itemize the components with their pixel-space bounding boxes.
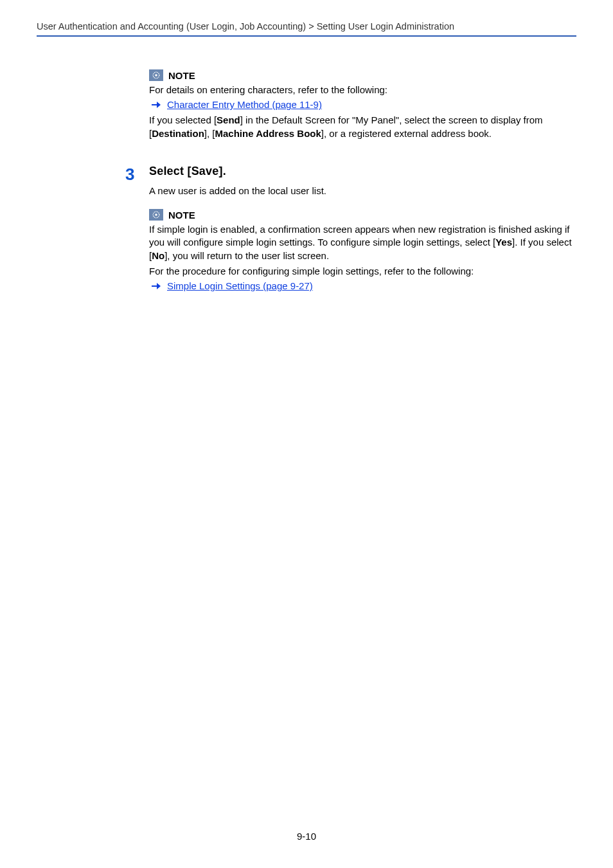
header-rule bbox=[37, 35, 576, 37]
t-bold: Send bbox=[217, 114, 240, 125]
step3-text: A new user is added on the local user li… bbox=[149, 185, 576, 197]
note2-text-2: For the procedure for configuring simple… bbox=[149, 265, 576, 278]
link-row-2: Simple Login Settings (page 9-27) bbox=[152, 280, 576, 291]
note1-paragraph-2: If you selected [Send] in the Default Sc… bbox=[149, 114, 576, 140]
link-character-entry[interactable]: Character Entry Method (page 11-9) bbox=[167, 99, 322, 110]
t-bold: No bbox=[152, 250, 164, 261]
svg-point-5 bbox=[155, 213, 157, 216]
arrow-right-icon bbox=[152, 282, 161, 290]
svg-marker-3 bbox=[157, 102, 161, 108]
step-number: 3 bbox=[125, 165, 134, 185]
note-icon bbox=[149, 69, 163, 81]
note-header-1: NOTE bbox=[149, 69, 576, 81]
note-label: NOTE bbox=[168, 210, 195, 221]
note1-text: For details on entering characters, refe… bbox=[149, 84, 576, 96]
page-content: NOTE For details on entering characters,… bbox=[149, 69, 576, 295]
t: If you selected [ bbox=[149, 114, 217, 125]
t: ], [ bbox=[204, 128, 215, 139]
t: ], you will return to the user list scre… bbox=[164, 250, 329, 261]
note-icon bbox=[149, 209, 163, 221]
link-simple-login[interactable]: Simple Login Settings (page 9-27) bbox=[167, 280, 313, 291]
note-block-2: NOTE If simple login is enabled, a confi… bbox=[149, 209, 576, 291]
svg-point-1 bbox=[155, 74, 157, 77]
step-3-block: 3 Select [Save]. A new user is added on … bbox=[149, 165, 576, 291]
breadcrumb: User Authentication and Accounting (User… bbox=[37, 21, 454, 32]
arrow-right-icon bbox=[152, 101, 161, 109]
t: ], or a registered external address book… bbox=[321, 128, 492, 139]
link-row-1: Character Entry Method (page 11-9) bbox=[152, 99, 576, 110]
svg-marker-7 bbox=[157, 283, 161, 289]
note-header-2: NOTE bbox=[149, 209, 576, 221]
t-bold: Machine Address Book bbox=[215, 128, 321, 139]
step-heading: Select [Save]. bbox=[149, 165, 576, 178]
t-bold: Yes bbox=[495, 237, 512, 248]
note2-paragraph-1: If simple login is enabled, a confirmati… bbox=[149, 223, 576, 262]
t-bold: Destination bbox=[152, 128, 204, 139]
page-number: 9-10 bbox=[0, 831, 613, 842]
note-label: NOTE bbox=[168, 70, 195, 81]
